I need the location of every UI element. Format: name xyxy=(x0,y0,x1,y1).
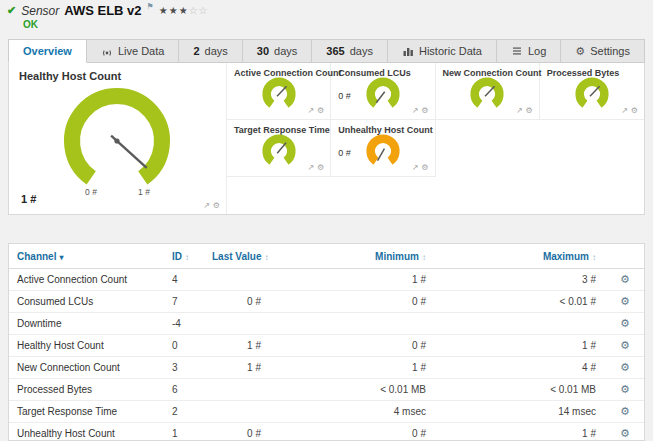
channel-name: Downtime xyxy=(9,313,164,335)
channel-name: New Connection Count xyxy=(9,357,164,379)
gauge-expand-icon[interactable]: ↗ xyxy=(412,107,419,115)
gauge-expand-icon[interactable]: ↗ xyxy=(516,107,523,115)
overview-gauges-panel: Healthy Host Count 0 # 1 # 1 # ↗ ⚙ Activ… xyxy=(8,62,645,215)
tab-settings[interactable]: ⚙ Settings xyxy=(561,39,645,63)
channel-maximum: 3 # xyxy=(434,269,604,291)
stars-filled: ★★★ xyxy=(159,5,189,16)
channel-settings-icon[interactable]: ⚙ xyxy=(620,405,630,417)
gauge-expand-icon[interactable]: ↗ xyxy=(203,202,210,210)
table-row: Processed Bytes 6 < 0.01 MB < 0.01 MB ⚙ xyxy=(9,379,645,401)
gauge-settings-icon[interactable]: ⚙ xyxy=(317,107,324,115)
tab-2-days[interactable]: 2 days xyxy=(179,39,242,63)
gauge-settings-icon[interactable]: ⚙ xyxy=(421,107,428,115)
channel-last-value xyxy=(204,269,269,291)
gauge-expand-icon[interactable]: ↗ xyxy=(621,107,628,115)
channel-minimum: 1 # xyxy=(269,357,434,379)
table-row: Target Response Time 2 4 msec 14 msec ⚙ xyxy=(9,401,645,423)
mini-gauge-new-connection-count[interactable]: New Connection Count ↗ ⚙ xyxy=(436,63,540,120)
channel-name: Consumed LCUs xyxy=(9,291,164,313)
tab-historic-data[interactable]: Historic Data xyxy=(388,39,497,63)
gauge-settings-icon[interactable]: ⚙ xyxy=(317,164,324,172)
tab-live-data[interactable]: Live Data xyxy=(87,39,180,63)
col-header-id[interactable]: ID↕ xyxy=(164,244,204,269)
tab-overview[interactable]: Overview xyxy=(8,39,87,63)
sensor-ok-check-icon: ✔ xyxy=(7,4,16,17)
channel-last-value: 1 # xyxy=(204,357,269,379)
gauge-dial xyxy=(361,134,405,172)
gauge-expand-icon[interactable]: ↗ xyxy=(307,164,314,172)
tab-live-data-label: Live Data xyxy=(118,45,164,57)
stars-empty: ☆☆ xyxy=(189,5,209,16)
priority-stars[interactable]: ★★★☆☆ xyxy=(159,5,209,16)
table-row: New Connection Count 3 1 # 1 # 4 # ⚙ xyxy=(9,357,645,379)
channel-id: 7 xyxy=(164,291,204,313)
sort-icon: ↕ xyxy=(422,253,426,262)
table-row: Consumed LCUs 7 0 # 0 # < 0.01 # ⚙ xyxy=(9,291,645,313)
gauge-dial xyxy=(570,77,614,115)
empty-grid-cell xyxy=(540,120,644,177)
sort-desc-icon: ▾ xyxy=(59,253,63,262)
channel-maximum: 14 msec xyxy=(434,401,604,423)
channel-last-value: 0 # xyxy=(204,291,269,313)
col-header-last-value[interactable]: Last Value↕ xyxy=(204,244,269,269)
channel-id: 3 xyxy=(164,357,204,379)
historic-data-icon xyxy=(402,45,414,57)
gauge-actions: ↗ ⚙ xyxy=(203,202,220,210)
channel-settings-icon[interactable]: ⚙ xyxy=(620,273,630,285)
channel-settings-icon[interactable]: ⚙ xyxy=(620,295,630,307)
table-row: Downtime -4 ⚙ xyxy=(9,313,645,335)
channel-name: Active Connection Count xyxy=(9,269,164,291)
channel-settings-icon[interactable]: ⚙ xyxy=(620,317,630,329)
table-row: Unhealthy Host Count 1 0 # 0 # 1 # ⚙ xyxy=(9,423,645,441)
tab-2-days-number: 2 xyxy=(193,45,199,57)
empty-grid-cell xyxy=(436,120,540,177)
channel-settings-icon[interactable]: ⚙ xyxy=(620,361,630,373)
channel-settings-icon[interactable]: ⚙ xyxy=(620,339,630,351)
log-icon xyxy=(511,45,523,57)
tab-30-days-label: days xyxy=(274,45,297,57)
channel-id: 4 xyxy=(164,269,204,291)
gauge-expand-icon[interactable]: ↗ xyxy=(307,107,314,115)
gauge-settings-icon[interactable]: ⚙ xyxy=(213,202,220,210)
gauge-settings-icon[interactable]: ⚙ xyxy=(421,164,428,172)
channel-maximum: 1 # xyxy=(434,423,604,441)
tab-overview-label: Overview xyxy=(23,45,72,57)
channel-minimum: < 0.01 MB xyxy=(269,379,434,401)
tab-log[interactable]: Log xyxy=(497,39,561,63)
tab-2-days-label: days xyxy=(205,45,228,57)
priority-flag-icon: ⚑ xyxy=(147,2,154,11)
mini-gauge-unhealthy-host-count[interactable]: Unhealthy Host Count 0 # ↗ ⚙ xyxy=(331,120,435,177)
tab-30-days-number: 30 xyxy=(257,45,269,57)
gauge-min-label: 0 # xyxy=(85,187,97,197)
channel-settings-icon[interactable]: ⚙ xyxy=(620,427,630,439)
gauge-actions: ↗ ⚙ xyxy=(307,107,324,115)
mini-gauge-processed-bytes[interactable]: Processed Bytes ↗ ⚙ xyxy=(540,63,644,120)
channel-minimum: 0 # xyxy=(269,335,434,357)
tab-365-days[interactable]: 365 days xyxy=(312,39,388,63)
col-header-maximum[interactable]: Maximum↕ xyxy=(434,244,604,269)
channel-id: -4 xyxy=(164,313,204,335)
tab-365-days-label: days xyxy=(350,45,373,57)
gauge-current-value: 0 # xyxy=(338,148,351,158)
gauge-settings-icon[interactable]: ⚙ xyxy=(631,107,638,115)
col-header-actions xyxy=(604,244,645,269)
channel-maximum: 1 # xyxy=(434,335,604,357)
channel-id: 1 xyxy=(164,423,204,441)
col-header-minimum[interactable]: Minimum↕ xyxy=(269,244,434,269)
tab-30-days[interactable]: 30 days xyxy=(243,39,313,63)
primary-channel-gauge[interactable]: Healthy Host Count 0 # 1 # 1 # ↗ ⚙ xyxy=(9,63,227,214)
gauge-expand-icon[interactable]: ↗ xyxy=(412,164,419,172)
gauge-current-value: 0 # xyxy=(338,91,351,101)
channel-minimum: 0 # xyxy=(269,291,434,313)
channel-name: Unhealthy Host Count xyxy=(9,423,164,441)
gauge-dial xyxy=(257,77,301,115)
mini-gauge-consumed-lcus[interactable]: Consumed LCUs 0 # ↗ ⚙ xyxy=(331,63,435,120)
gauge-settings-icon[interactable]: ⚙ xyxy=(526,107,533,115)
channel-settings-icon[interactable]: ⚙ xyxy=(620,383,630,395)
mini-gauge-target-response-time[interactable]: Target Response Time ↗ ⚙ xyxy=(227,120,331,177)
gauge-dial xyxy=(257,134,301,172)
col-header-channel[interactable]: Channel▾ xyxy=(9,244,164,269)
channel-name: Processed Bytes xyxy=(9,379,164,401)
mini-gauge-active-connection-count[interactable]: Active Connection Count ↗ ⚙ xyxy=(227,63,331,120)
channel-minimum: 0 # xyxy=(269,423,434,441)
